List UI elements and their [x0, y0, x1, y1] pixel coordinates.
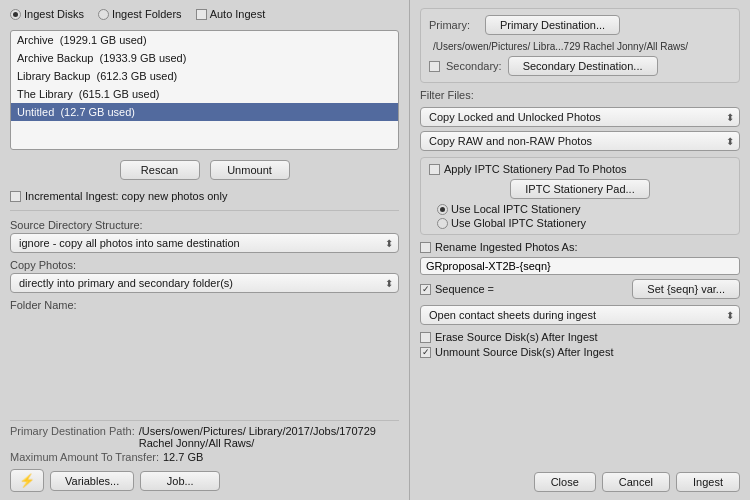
folder-name-section: Folder Name:: [10, 299, 399, 311]
disk-list: Archive (1929.1 GB used) Archive Backup …: [10, 30, 399, 150]
iptc-local-option[interactable]: Use Local IPTC Stationery: [437, 203, 731, 215]
iptc-btn-row: IPTC Stationery Pad...: [429, 179, 731, 199]
ingest-folders-option[interactable]: Ingest Folders: [98, 8, 182, 20]
unmount-button[interactable]: Unmount: [210, 160, 290, 180]
primary-dest-path-row: Primary Destination Path: /Users/owen/Pi…: [10, 425, 399, 449]
iptc-apply-label: Apply IPTC Stationery Pad To Photos: [444, 163, 627, 175]
disk-item-archive-backup[interactable]: Archive Backup (1933.9 GB used): [11, 49, 398, 67]
destination-section: Primary: Primary Destination... /Users/o…: [420, 8, 740, 83]
unmount-source-checkbox[interactable]: [420, 347, 431, 358]
secondary-dest-checkbox[interactable]: [429, 61, 440, 72]
ingest-folders-label: Ingest Folders: [112, 8, 182, 20]
secondary-dest-label: Secondary:: [446, 60, 502, 72]
erase-source-checkbox[interactable]: [420, 332, 431, 343]
disk-item-untitled[interactable]: Untitled (12.7 GB used): [11, 103, 398, 121]
iptc-global-radio[interactable]: [437, 218, 448, 229]
copy-photos-section: Copy Photos: directly into primary and s…: [10, 259, 399, 293]
iptc-local-label: Use Local IPTC Stationery: [451, 203, 581, 215]
iptc-global-option[interactable]: Use Global IPTC Stationery: [437, 217, 731, 229]
rename-checkbox[interactable]: [420, 242, 431, 253]
sequence-var-button[interactable]: Set {seqn} var...: [632, 279, 740, 299]
rename-label: Rename Ingested Photos As:: [435, 241, 577, 253]
erase-section: Erase Source Disk(s) After Ingest Unmoun…: [420, 331, 740, 358]
primary-dest-row: Primary: Primary Destination...: [429, 15, 731, 35]
auto-ingest-option[interactable]: Auto Ingest: [196, 8, 266, 20]
unmount-source-label: Unmount Source Disk(s) After Ingest: [435, 346, 614, 358]
ingest-disks-option[interactable]: Ingest Disks: [10, 8, 84, 20]
disk-item-library-backup[interactable]: Library Backup (612.3 GB used): [11, 67, 398, 85]
filter-files-label: Filter Files:: [420, 89, 740, 101]
close-button[interactable]: Close: [534, 472, 596, 492]
iptc-radio-group: Use Local IPTC Stationery Use Global IPT…: [429, 203, 731, 229]
iptc-section: Apply IPTC Stationery Pad To Photos IPTC…: [420, 157, 740, 235]
incremental-ingest-row[interactable]: Incremental Ingest: copy new photos only: [10, 190, 399, 202]
ingest-options-row: Ingest Disks Ingest Folders Auto Ingest: [10, 8, 399, 24]
lightning-button[interactable]: ⚡: [10, 469, 44, 492]
incremental-ingest-label: Incremental Ingest: copy new photos only: [25, 190, 227, 202]
secondary-dest-row: Secondary: Secondary Destination...: [429, 56, 731, 76]
cancel-button[interactable]: Cancel: [602, 472, 670, 492]
rescan-button[interactable]: Rescan: [120, 160, 200, 180]
contact-sheets-select-container: Open contact sheets during ingest ⬍: [420, 305, 740, 325]
source-dir-select[interactable]: ignore - copy all photos into same desti…: [10, 233, 399, 253]
right-bottom-buttons: Close Cancel Ingest: [420, 468, 740, 492]
erase-source-row[interactable]: Erase Source Disk(s) After Ingest: [420, 331, 740, 343]
disk-item-archive[interactable]: Archive (1929.1 GB used): [11, 31, 398, 49]
primary-dest-path: /Users/owen/Pictures/ Libra...729 Rachel…: [429, 39, 731, 54]
ingest-disks-label: Ingest Disks: [24, 8, 84, 20]
primary-dest-label: Primary:: [429, 19, 479, 31]
primary-dest-button[interactable]: Primary Destination...: [485, 15, 620, 35]
bottom-info: Primary Destination Path: /Users/owen/Pi…: [10, 420, 399, 492]
primary-dest-path-value: /Users/owen/Pictures/ Library/2017/Jobs/…: [139, 425, 399, 449]
incremental-ingest-checkbox[interactable]: [10, 191, 21, 202]
ingest-disks-radio[interactable]: [10, 9, 21, 20]
rename-input-row: [420, 257, 740, 275]
sequence-label: Sequence =: [435, 283, 494, 295]
source-dir-select-container: ignore - copy all photos into same desti…: [10, 233, 399, 253]
folder-name-label: Folder Name:: [10, 299, 399, 311]
ingest-button[interactable]: Ingest: [676, 472, 740, 492]
unmount-source-row[interactable]: Unmount Source Disk(s) After Ingest: [420, 346, 740, 358]
rename-section: Rename Ingested Photos As: Sequence = Se…: [420, 241, 740, 299]
filter-select2-container: Copy RAW and non-RAW Photos ⬍: [420, 131, 740, 151]
iptc-apply-checkbox[interactable]: [429, 164, 440, 175]
max-transfer-row: Maximum Amount To Transfer: 12.7 GB: [10, 451, 399, 463]
copy-photos-select[interactable]: directly into primary and secondary fold…: [10, 273, 399, 293]
job-button[interactable]: Job...: [140, 471, 220, 491]
rename-input[interactable]: [420, 257, 740, 275]
auto-ingest-checkbox[interactable]: [196, 9, 207, 20]
iptc-stationery-button[interactable]: IPTC Stationery Pad...: [510, 179, 649, 199]
primary-dest-path-label: Primary Destination Path:: [10, 425, 135, 449]
copy-photos-label: Copy Photos:: [10, 259, 399, 271]
variables-button[interactable]: Variables...: [50, 471, 134, 491]
disk-item-the-library[interactable]: The Library (615.1 GB used): [11, 85, 398, 103]
max-transfer-label: Maximum Amount To Transfer:: [10, 451, 159, 463]
rename-checkbox-row[interactable]: Rename Ingested Photos As:: [420, 241, 740, 253]
divider1: [10, 210, 399, 211]
left-panel: Ingest Disks Ingest Folders Auto Ingest …: [0, 0, 410, 500]
filter-select2[interactable]: Copy RAW and non-RAW Photos: [420, 131, 740, 151]
erase-source-label: Erase Source Disk(s) After Ingest: [435, 331, 598, 343]
disk-button-row: Rescan Unmount: [10, 156, 399, 184]
max-transfer-value: 12.7 GB: [163, 451, 203, 463]
iptc-global-label: Use Global IPTC Stationery: [451, 217, 586, 229]
right-panel: Primary: Primary Destination... /Users/o…: [410, 0, 750, 500]
iptc-local-radio[interactable]: [437, 204, 448, 215]
iptc-apply-row[interactable]: Apply IPTC Stationery Pad To Photos: [429, 163, 731, 175]
ingest-folders-radio[interactable]: [98, 9, 109, 20]
filter-select1-container: Copy Locked and Unlocked Photos ⬍: [420, 107, 740, 127]
sequence-checkbox[interactable]: [420, 284, 431, 295]
source-dir-label: Source Directory Structure:: [10, 219, 399, 231]
filter-select1[interactable]: Copy Locked and Unlocked Photos: [420, 107, 740, 127]
sequence-row: Sequence = Set {seqn} var...: [420, 279, 740, 299]
copy-photos-select-container: directly into primary and secondary fold…: [10, 273, 399, 293]
secondary-dest-button[interactable]: Secondary Destination...: [508, 56, 658, 76]
filter-files-section: Filter Files: Copy Locked and Unlocked P…: [420, 89, 740, 151]
auto-ingest-label: Auto Ingest: [210, 8, 266, 20]
source-dir-section: Source Directory Structure: ignore - cop…: [10, 219, 399, 253]
bottom-buttons-row: ⚡ Variables... Job...: [10, 469, 399, 492]
contact-sheets-select[interactable]: Open contact sheets during ingest: [420, 305, 740, 325]
